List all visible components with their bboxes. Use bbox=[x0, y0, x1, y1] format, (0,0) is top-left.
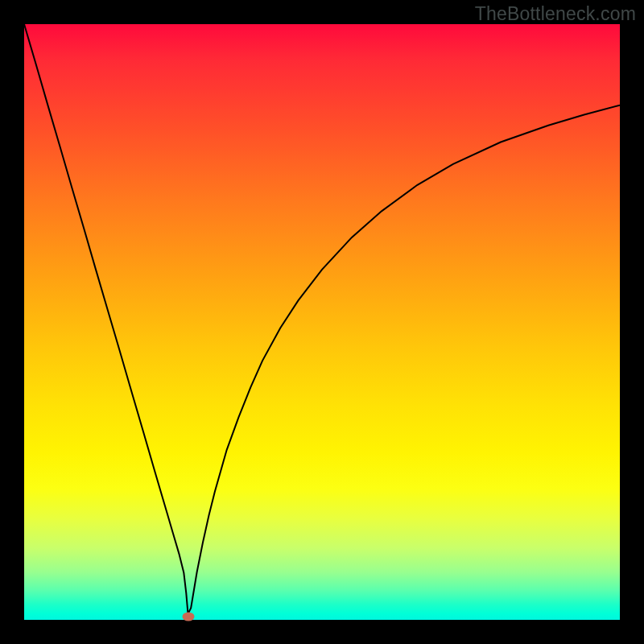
bottleneck-curve-plot bbox=[24, 24, 620, 620]
bottleneck-curve bbox=[24, 24, 620, 614]
minimum-marker-dot bbox=[182, 613, 194, 621]
watermark-text: TheBottleneck.com bbox=[475, 3, 636, 25]
chart-frame: TheBottleneck.com bbox=[0, 0, 644, 644]
